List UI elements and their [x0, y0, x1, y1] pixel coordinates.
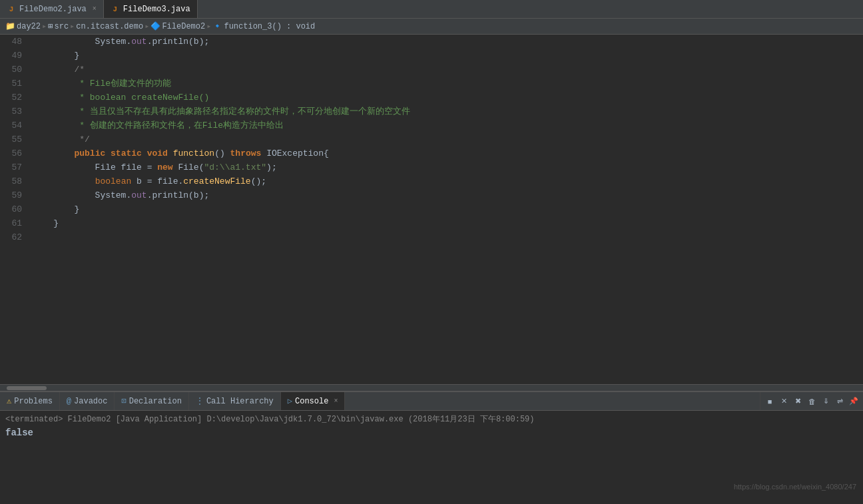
- javadoc-label: Javadoc: [74, 397, 107, 406]
- stop-button[interactable]: ■: [763, 395, 776, 408]
- console-label: Console: [295, 397, 328, 406]
- line-content-53: * 当且仅当不存在具有此抽象路径名指定名称的文件时，不可分地创建一个新的空文件: [30, 105, 863, 119]
- line-content-55: */: [30, 132, 863, 146]
- tab-fileDemo3[interactable]: J FileDemo3.java: [104, 0, 198, 18]
- code-line-48: 48 System.out.println(b);: [0, 35, 863, 49]
- tab-problems[interactable]: ⚠ Problems: [0, 392, 60, 410]
- line-num-49: 49: [0, 49, 30, 63]
- remove-terminated-button[interactable]: ✖: [791, 395, 804, 408]
- tab-close-icon[interactable]: ×: [93, 5, 97, 13]
- line-content-58: boolean b = file.createNewFile();: [30, 174, 863, 188]
- breadcrumb-folder-icon: 📁: [5, 21, 15, 31]
- line-num-51: 51: [0, 77, 30, 91]
- tab-console[interactable]: ▷ Console ×: [281, 392, 346, 410]
- code-line-62: 62: [0, 230, 863, 244]
- code-editor: 48 System.out.println(b); 49 } 50 /*: [0, 35, 863, 391]
- breadcrumb-sep1: ▸: [42, 21, 47, 31]
- scrollbar-thumb[interactable]: [7, 386, 47, 390]
- console-close[interactable]: ×: [334, 397, 338, 405]
- line-num-52: 52: [0, 91, 30, 105]
- line-num-59: 59: [0, 188, 30, 202]
- code-line-59: 59 System.out.println(b);: [0, 188, 863, 202]
- hierarchy-label: Call Hierarchy: [206, 397, 274, 406]
- java-file-icon-2: J: [111, 5, 120, 14]
- line-num-57: 57: [0, 160, 30, 174]
- code-line-51: 51 * File创建文件的功能: [0, 77, 863, 91]
- tab-call-hierarchy[interactable]: ⋮ Call Hierarchy: [189, 392, 281, 410]
- tab-javadoc[interactable]: @ Javadoc: [60, 392, 115, 410]
- pin-console-button[interactable]: 📌: [847, 395, 860, 408]
- console-terminated-header: <terminated> FileDemo2 [Java Application…: [5, 413, 858, 425]
- line-num-55: 55: [0, 132, 30, 146]
- console-icon: ▷: [288, 396, 292, 406]
- javadoc-icon: @: [67, 397, 71, 406]
- code-line-56: 56 public static void function() throws …: [0, 146, 863, 160]
- breadcrumb-src[interactable]: src: [54, 22, 69, 31]
- code-line-61: 61 }: [0, 216, 863, 230]
- line-content-54: * 创建的文件路径和文件名，在File构造方法中给出: [30, 119, 863, 132]
- tab-label-2: FileDemo3.java: [123, 5, 190, 14]
- code-line-54: 54 * 创建的文件路径和文件名，在File构造方法中给出: [0, 119, 863, 132]
- line-num-61: 61: [0, 216, 30, 230]
- breadcrumb-class[interactable]: FileDemo2: [162, 22, 205, 31]
- line-num-56: 56: [0, 146, 30, 160]
- line-content-51: * File创建文件的功能: [30, 77, 863, 91]
- code-line-55: 55 */: [0, 132, 863, 146]
- line-content-59: System.out.println(b);: [30, 188, 863, 202]
- line-num-50: 50: [0, 63, 30, 77]
- code-line-50: 50 /*: [0, 63, 863, 77]
- horizontal-scrollbar[interactable]: [0, 384, 863, 391]
- tab-declaration[interactable]: ⊡ Declaration: [115, 392, 188, 410]
- breadcrumb-method[interactable]: function_3() : void: [224, 22, 315, 31]
- line-content-61: }: [30, 216, 863, 230]
- clear-console-button[interactable]: 🗑: [805, 395, 818, 408]
- code-line-60: 60 }: [0, 202, 863, 216]
- line-num-54: 54: [0, 119, 30, 132]
- code-scroll-area[interactable]: 48 System.out.println(b); 49 } 50 /*: [0, 35, 863, 384]
- line-content-57: File file = new File("d:\\a1.txt");: [30, 160, 863, 174]
- line-content-56: public static void function() throws IOE…: [30, 146, 863, 160]
- code-line-49: 49 }: [0, 49, 863, 63]
- tab-label: FileDemo2.java: [19, 5, 87, 14]
- breadcrumb: 📁 day22 ▸ ⊞ src ▸ cn.itcast.demo ▸ 🔷 Fil…: [0, 19, 863, 35]
- code-line-52: 52 * boolean createNewFile(): [0, 91, 863, 105]
- breadcrumb-class-icon: 🔷: [150, 21, 160, 31]
- scroll-lock-button[interactable]: ⇓: [819, 395, 832, 408]
- close-button[interactable]: ✕: [777, 395, 790, 408]
- word-wrap-button[interactable]: ⇌: [833, 395, 846, 408]
- code-line-58: 58 boolean b = file.createNewFile();: [0, 174, 863, 188]
- bottom-tab-bar: ⚠ Problems @ Javadoc ⊡ Declaration ⋮ Cal…: [0, 392, 863, 411]
- problems-icon: ⚠: [7, 396, 11, 406]
- bottom-tab-area: ⚠ Problems @ Javadoc ⊡ Declaration ⋮ Cal…: [0, 392, 863, 411]
- java-file-icon: J: [7, 5, 16, 14]
- breadcrumb-package[interactable]: cn.itcast.demo: [76, 22, 143, 31]
- line-num-62: 62: [0, 230, 30, 244]
- line-num-53: 53: [0, 105, 30, 119]
- breadcrumb-sep2: ▸: [70, 21, 75, 31]
- problems-label: Problems: [14, 397, 53, 406]
- code-line-57: 57 File file = new File("d:\\a1.txt");: [0, 160, 863, 174]
- declaration-icon: ⊡: [121, 396, 126, 406]
- code-line-53: 53 * 当且仅当不存在具有此抽象路径名指定名称的文件时，不可分地创建一个新的空…: [0, 105, 863, 119]
- breadcrumb-sep4: ▸: [206, 21, 211, 31]
- line-content-49: }: [30, 49, 863, 63]
- breadcrumb-method-icon: 🔹: [212, 21, 222, 31]
- line-num-48: 48: [0, 35, 30, 49]
- line-content-60: }: [30, 202, 863, 216]
- line-content-50: /*: [30, 63, 863, 77]
- bottom-toolbar: ■ ✕ ✖ 🗑 ⇓ ⇌ 📌: [760, 392, 863, 410]
- code-table: 48 System.out.println(b); 49 } 50 /*: [0, 35, 863, 244]
- tab-fileDemo2[interactable]: J FileDemo2.java ×: [0, 0, 104, 18]
- breadcrumb-sep3: ▸: [144, 21, 149, 31]
- declaration-label: Declaration: [129, 397, 182, 406]
- watermark: https://blog.csdn.net/weixin_4080/247: [734, 483, 856, 491]
- breadcrumb-src-icon: ⊞: [48, 21, 53, 31]
- hierarchy-icon: ⋮: [196, 396, 204, 406]
- line-num-60: 60: [0, 202, 30, 216]
- line-num-58: 58: [0, 174, 30, 188]
- line-content-52: * boolean createNewFile(): [30, 91, 863, 105]
- line-content-62: [30, 230, 863, 244]
- tab-bar: J FileDemo2.java × J FileDemo3.java: [0, 0, 863, 19]
- breadcrumb-day22[interactable]: day22: [17, 22, 41, 31]
- console-output: false: [5, 427, 858, 438]
